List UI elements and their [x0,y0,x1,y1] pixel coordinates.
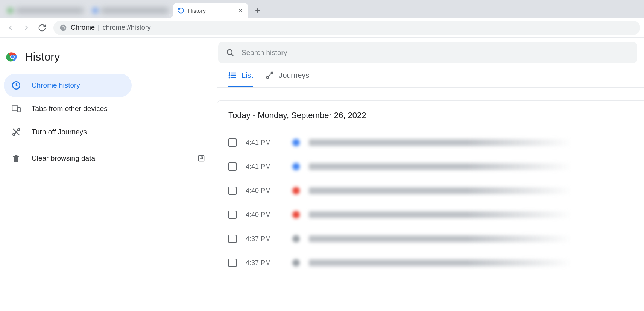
devices-icon [11,104,21,114]
sidebar-item-label: Turn off Journeys [32,128,87,136]
history-card: Today - Monday, September 26, 2022 4:41 … [217,100,644,275]
row-title-blurred [309,187,572,194]
sidebar-item-label: Tabs from other devices [32,105,108,113]
sidebar-item-chrome-history[interactable]: Chrome history [4,74,132,97]
journeys-icon [265,71,274,80]
row-title-blurred [309,211,572,218]
chrome-logo-icon [6,50,19,63]
list-icon [228,71,237,80]
omnibox-text: Chrome|chrome://history [71,24,151,32]
svg-point-23 [267,77,269,79]
page-title: History [25,50,60,63]
chrome-icon [59,24,67,32]
history-row[interactable]: 4:40 PM [217,203,644,227]
tab-list[interactable]: List [228,71,253,87]
sidebar-item-label: Clear browsing data [32,154,95,162]
history-row[interactable]: 4:41 PM [217,130,644,155]
active-tab[interactable]: History ✕ [173,3,248,18]
sidebar-item-clear-browsing-data[interactable]: Clear browsing data [4,147,213,170]
row-checkbox[interactable] [228,162,237,171]
search-icon [226,48,235,57]
row-checkbox[interactable] [228,138,237,147]
svg-rect-10 [17,108,20,112]
svg-point-15 [227,50,232,55]
svg-point-24 [271,72,273,74]
row-time: 4:41 PM [246,139,283,147]
forward-button[interactable] [20,21,33,35]
history-list: 4:41 PM4:41 PM4:40 PM4:40 PM4:37 PM4:37 … [217,130,644,275]
row-time: 4:37 PM [246,259,283,267]
history-row[interactable]: 4:41 PM [217,155,644,179]
browser-chrome: History ✕ Chrome|chrome://history [0,0,644,38]
history-row[interactable]: 4:37 PM [217,251,644,275]
favicon-icon [292,211,300,218]
clock-icon [11,80,21,90]
date-header: Today - Monday, September 26, 2022 [217,101,644,130]
reload-button[interactable] [35,21,49,35]
external-link-icon [197,154,205,162]
favicon-icon [292,235,300,243]
row-title-blurred [309,139,572,146]
svg-point-4 [62,27,64,29]
history-row[interactable]: 4:37 PM [217,227,644,251]
page: History Chrome history Tabs from other d… [0,38,644,311]
main: List Journeys Today - Monday, September … [217,38,644,311]
tab-title: History [188,8,232,14]
toolbar: Chrome|chrome://history [0,18,644,38]
journeys-off-icon [11,127,21,137]
view-tabs: List Journeys [217,63,644,88]
sidebar: History Chrome history Tabs from other d… [0,38,217,311]
row-checkbox[interactable] [228,211,237,219]
svg-point-12 [18,129,20,130]
row-title-blurred [309,235,572,242]
omnibox[interactable]: Chrome|chrome://history [53,21,640,35]
sidebar-item-tabs-other-devices[interactable]: Tabs from other devices [4,97,213,120]
history-row[interactable]: 4:40 PM [217,179,644,203]
row-time: 4:41 PM [246,163,283,171]
background-tab-1[interactable] [3,3,88,18]
background-tab-2[interactable] [88,3,173,18]
svg-line-13 [13,129,19,135]
row-checkbox[interactable] [228,259,237,267]
favicon-icon [292,187,300,194]
favicon-icon [292,139,300,146]
row-checkbox[interactable] [228,235,237,243]
svg-point-21 [229,75,230,76]
search-bar[interactable] [218,42,637,63]
sidebar-item-label: Chrome history [32,81,80,90]
favicon-icon [292,259,300,267]
svg-point-11 [13,134,15,135]
row-checkbox[interactable] [228,187,237,195]
svg-point-20 [229,73,230,73]
row-time: 4:40 PM [246,211,283,219]
svg-line-16 [231,54,233,56]
trash-icon [11,153,21,163]
row-time: 4:40 PM [246,187,283,195]
sidebar-items: Chrome history Tabs from other devices T… [0,74,217,170]
back-button[interactable] [4,21,17,35]
search-input[interactable] [242,49,630,57]
favicon-icon [292,163,300,170]
new-tab-button[interactable] [251,4,264,17]
row-title-blurred [309,163,572,170]
row-title-blurred [309,259,572,266]
svg-point-22 [229,77,230,78]
tab-journeys[interactable]: Journeys [265,71,309,87]
history-icon [178,7,184,14]
tab-strip: History ✕ [0,0,644,18]
page-header: History [0,44,217,74]
sidebar-item-turn-off-journeys[interactable]: Turn off Journeys [4,120,213,144]
view-tab-label: Journeys [279,71,309,80]
close-icon[interactable]: ✕ [237,7,244,14]
view-tab-label: List [242,71,253,80]
row-time: 4:37 PM [246,235,283,243]
svg-rect-9 [12,106,18,111]
